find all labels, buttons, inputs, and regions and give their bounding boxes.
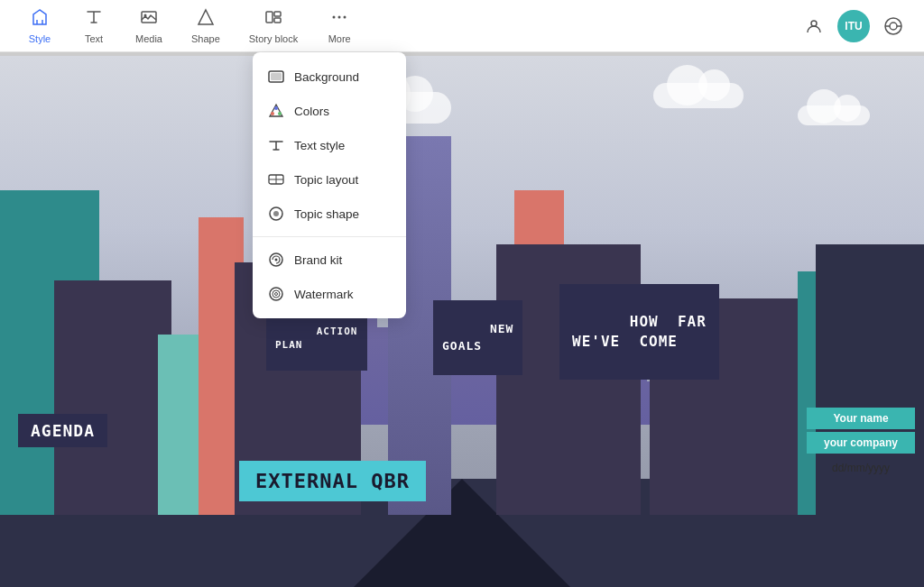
text-style-icon [267,136,285,154]
svg-point-11 [811,21,817,26]
svg-point-26 [273,211,279,216]
toolbar-item-story-block[interactable]: Story block [236,3,310,50]
topic-shape-icon [267,205,285,223]
text-style-label: Text style [294,139,345,152]
svg-point-13 [890,23,897,30]
shape-icon [197,8,215,31]
external-qbr-label[interactable]: EXTERNAL QBR [239,461,426,501]
background-label: Background [294,70,359,84]
svg-point-21 [278,112,282,115]
brand-kit-label: Brand kit [294,253,342,267]
colors-icon [267,102,285,120]
svg-point-28 [275,259,278,261]
info-card-company[interactable]: your company [807,432,915,454]
toolbar-item-text[interactable]: Text [69,3,119,50]
dropdown-menu: Background Colors Text style [253,52,406,318]
slide: AGENDA ACTION PLAN NEW GOALS HOW FAR WE'… [0,56,924,587]
style-label: Style [29,33,51,44]
user-button[interactable] [798,10,830,42]
svg-marker-4 [199,10,213,24]
dropdown-item-text-style[interactable]: Text style [253,128,406,162]
watermark-label: Watermark [294,288,354,301]
dropdown-item-colors[interactable]: Colors [253,94,406,128]
toolbar-item-shape[interactable]: Shape [179,3,233,50]
dropdown-item-brand-kit[interactable]: Brand kit [253,243,406,277]
svg-rect-6 [274,12,281,16]
text-icon [85,8,103,31]
shape-label: Shape [191,33,220,44]
topic-layout-icon [267,170,285,188]
svg-rect-5 [266,12,273,23]
svg-point-31 [275,293,278,296]
brand-kit-icon [267,251,285,269]
media-label: Media [135,33,162,44]
topic-layout-label: Topic layout [294,173,358,187]
topic-shape-label: Topic shape [294,207,359,221]
svg-point-29 [270,288,282,300]
preview-button[interactable] [877,10,910,42]
svg-rect-7 [274,18,281,23]
toolbar-item-media[interactable]: Media [123,3,175,50]
svg-point-8 [333,15,336,18]
more-label: More [328,33,351,44]
watermark-icon [267,285,285,303]
progress-bar [0,52,924,56]
building-dark-1 [54,280,171,515]
canvas[interactable]: AGENDA ACTION PLAN NEW GOALS HOW FAR WE'… [0,56,924,587]
colors-label: Colors [294,105,329,118]
toolbar: Style Text Media [0,0,924,52]
svg-point-9 [338,15,341,18]
media-icon [140,8,158,31]
avatar-label: ITU [845,20,862,32]
info-card-date[interactable]: dd/mm/yyyy [807,457,915,479]
svg-point-30 [273,290,280,298]
svg-point-3 [143,14,146,16]
avatar[interactable]: ITU [837,10,870,42]
svg-rect-17 [271,73,282,80]
svg-point-19 [271,112,274,115]
dropdown-item-topic-layout[interactable]: Topic layout [253,162,406,197]
agenda-label[interactable]: AGENDA [18,414,107,447]
new-goals-label[interactable]: NEW GOALS [433,300,522,375]
svg-point-20 [274,106,278,110]
background-icon [267,68,285,86]
dropdown-item-watermark[interactable]: Watermark [253,277,406,311]
toolbar-item-style[interactable]: Style [14,3,65,50]
more-icon [330,8,348,31]
toolbar-right: ITU [798,10,910,42]
style-icon [31,8,49,31]
toolbar-item-more[interactable]: More [314,3,365,50]
how-far-label[interactable]: HOW FAR WE'VE COME [559,284,719,380]
text-label: Text [85,33,103,44]
story-block-icon [264,8,282,31]
dropdown-item-topic-shape[interactable]: Topic shape [253,197,406,231]
story-block-label: Story block [249,33,298,44]
info-card-name[interactable]: Your name [807,408,915,429]
svg-point-10 [344,15,346,18]
toolbar-left: Style Text Media [14,3,798,50]
dropdown-divider [253,236,406,237]
dropdown-item-background[interactable]: Background [253,60,406,94]
